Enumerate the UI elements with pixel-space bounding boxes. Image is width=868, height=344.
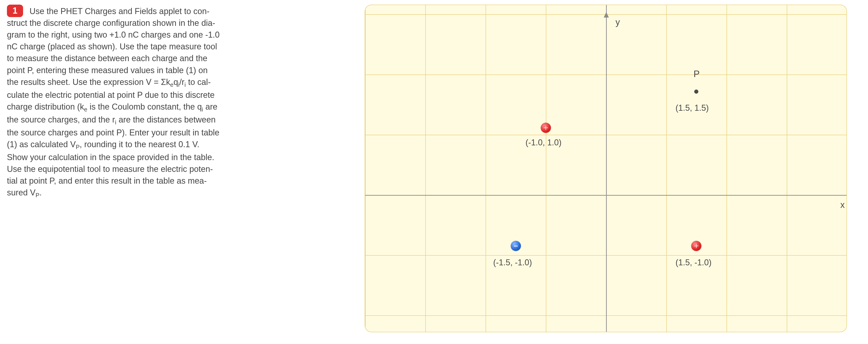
text-line: Use the equipotential tool to measure th… xyxy=(7,164,213,174)
text-line: struct the discrete charge configuration… xyxy=(7,18,215,28)
x-axis-label: x xyxy=(840,199,845,211)
point-p-label: P xyxy=(693,67,700,81)
text-line: sured VP. xyxy=(7,188,42,197)
problem-number-badge: 1 xyxy=(7,5,23,17)
text-line: the source charges and point P). Enter y… xyxy=(7,128,219,137)
svg-rect-0 xyxy=(514,246,518,246)
problem-paragraph: 1 Use the PHET Charges and Fields applet… xyxy=(7,5,355,199)
text-line: culate the electric potential at point P… xyxy=(7,90,215,100)
neg-charge-coord: (-1.5, -1.0) xyxy=(493,256,532,268)
text-line: to measure the distance between each cha… xyxy=(7,54,208,63)
y-axis-label: y xyxy=(616,16,620,29)
text-line: the results sheet. Use the expression V … xyxy=(7,77,211,87)
negative-charge-icon xyxy=(511,241,521,251)
positive-charge-icon xyxy=(541,123,551,133)
grid xyxy=(365,5,846,332)
pos-charge-1-coord: (-1.0, 1.0) xyxy=(526,136,561,148)
positive-charge-icon xyxy=(691,241,701,251)
text-line: Show your calculation in the space provi… xyxy=(7,153,214,162)
point-p-coord: (1.5, 1.5) xyxy=(676,102,709,114)
charge-diagram: y x P (1.5, 1.5) (-1.0, 1.0) (-1.5, -1.0… xyxy=(365,5,847,332)
y-axis-arrow-icon xyxy=(604,12,609,18)
text-line: Use the PHET Charges and Fields applet t… xyxy=(30,6,210,16)
text-line: nC charge (placed as shown). Use the tap… xyxy=(7,42,217,51)
y-axis xyxy=(606,5,607,332)
problem-text-column: 1 Use the PHET Charges and Fields applet… xyxy=(7,5,365,339)
text-line: charge distribution (ke is the Coulomb c… xyxy=(7,102,217,112)
text-line: the source charges, and the ri are the d… xyxy=(7,115,216,124)
pos-charge-2-coord: (1.5, -1.0) xyxy=(676,256,712,268)
diagram-column: y x P (1.5, 1.5) (-1.0, 1.0) (-1.5, -1.0… xyxy=(365,5,861,339)
x-axis xyxy=(365,195,846,196)
point-p xyxy=(694,90,699,94)
text-line: (1) as calculated VP, rounding it to the… xyxy=(7,139,199,149)
text-line: point P, entering these measured values … xyxy=(7,65,208,75)
text-line: gram to the right, using two +1.0 nC cha… xyxy=(7,30,220,39)
text-line: tial at point P, and enter this result i… xyxy=(7,176,207,186)
